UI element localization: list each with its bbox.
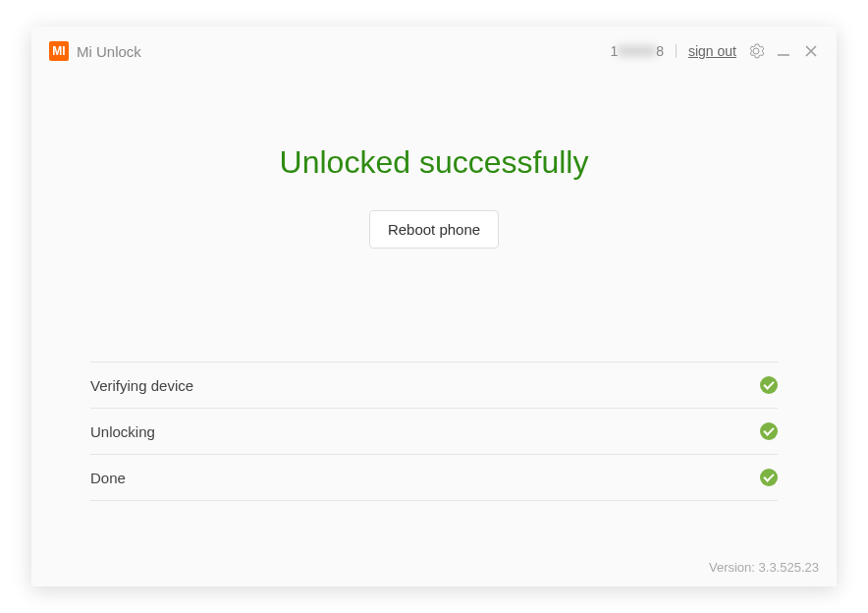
- titlebar-right: 1000008 sign out: [610, 43, 819, 59]
- app-title: Mi Unlock: [77, 43, 141, 60]
- step-label: Unlocking: [90, 423, 155, 440]
- account-redacted: 00000: [618, 43, 656, 59]
- window-controls: [748, 43, 819, 59]
- divider: [676, 44, 677, 58]
- titlebar: MI Mi Unlock 1000008 sign out: [31, 27, 837, 76]
- minimize-icon[interactable]: [776, 43, 791, 59]
- sign-out-link[interactable]: sign out: [688, 43, 736, 59]
- account-id: 1000008: [610, 43, 664, 59]
- step-done: Done: [90, 454, 778, 501]
- reboot-phone-button[interactable]: Reboot phone: [369, 210, 499, 249]
- mi-logo-icon: MI: [49, 41, 69, 61]
- app-window: MI Mi Unlock 1000008 sign out Un: [31, 27, 837, 586]
- step-label: Verifying device: [90, 377, 193, 394]
- close-icon[interactable]: [803, 43, 819, 59]
- step-verifying: Verifying device: [90, 362, 778, 408]
- version-prefix: Version:: [709, 560, 759, 575]
- settings-gear-icon[interactable]: [748, 43, 764, 59]
- version-value: 3.3.525.23: [759, 560, 819, 575]
- check-icon: [760, 469, 778, 486]
- step-label: Done: [90, 470, 126, 486]
- step-unlocking: Unlocking: [90, 408, 778, 454]
- titlebar-left: MI Mi Unlock: [49, 41, 141, 61]
- progress-steps: Verifying device Unlocking Done: [31, 362, 837, 501]
- status-headline: Unlocked successfully: [280, 144, 589, 181]
- check-icon: [760, 422, 778, 440]
- account-suffix: 8: [656, 43, 664, 59]
- version-label: Version: 3.3.525.23: [709, 560, 819, 575]
- main-content: Unlocked successfully Reboot phone Verif…: [31, 76, 837, 586]
- check-icon: [760, 376, 778, 394]
